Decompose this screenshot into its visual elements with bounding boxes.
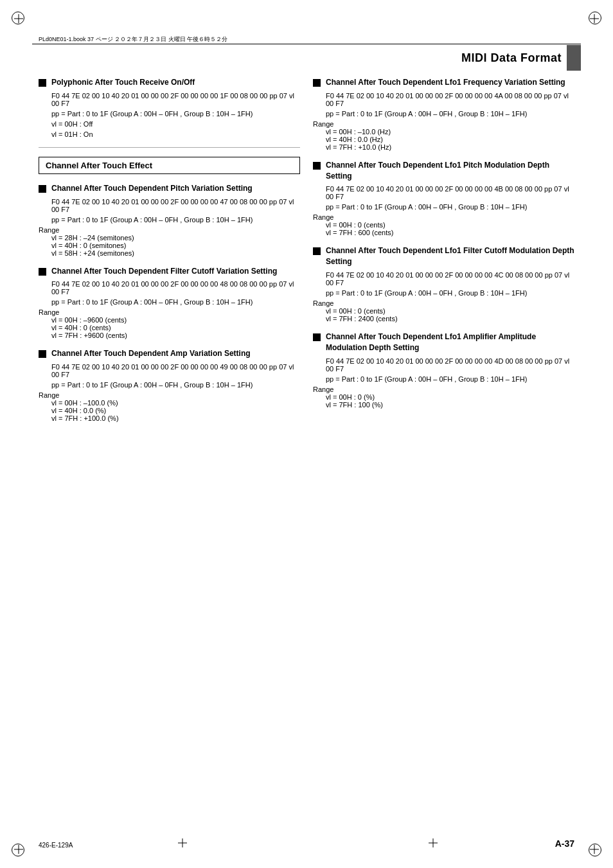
- lfo1-filter-mod-header: Channel After Touch Dependent Lfo1 Filte…: [313, 245, 574, 267]
- lfo1-amp-mod-range-label: Range: [313, 385, 574, 393]
- lfo1-pitch-mod-range-item-1: vl = 7FH : 600 (cents): [326, 229, 574, 236]
- lfo1-freq-range-label: Range: [313, 120, 574, 128]
- right-section-lfo1-freq: Channel After Touch Dependent Lfo1 Frequ…: [313, 77, 574, 151]
- lfo1-freq-range-item-2: vl = 7FH : +10.0 (Hz): [326, 143, 574, 151]
- amp-variation-range-item-0: vl = 00H : –100.0 (%): [51, 399, 300, 407]
- filter-cutoff-range-item-0: vl = 00H : –9600 (cents): [51, 316, 300, 324]
- polyphonic-header: Polyphonic After Touch Receive On/Off: [39, 77, 300, 88]
- lfo1-freq-header: Channel After Touch Dependent Lfo1 Frequ…: [313, 77, 574, 88]
- right-sections-container: Channel After Touch Dependent Lfo1 Frequ…: [313, 77, 574, 409]
- footer-code: 426-E-129A: [39, 842, 73, 849]
- filter-cutoff-param: pp = Part : 0 to 1F (Group A : 00H – 0FH…: [51, 298, 300, 306]
- cross-tr: [590, 14, 599, 23]
- amp-variation-range-item-1: vl = 40H : 0.0 (%): [51, 407, 300, 414]
- polyphonic-icon: [39, 79, 46, 87]
- pitch-variation-title: Channel After Touch Dependent Pitch Vari…: [51, 183, 253, 194]
- left-section-filter-cutoff: Channel After Touch Dependent Filter Cut…: [39, 266, 300, 340]
- left-sections-container: Channel After Touch Dependent Pitch Vari…: [39, 183, 300, 422]
- pitch-variation-range-item-1: vl = 40H : 0 (semitones): [51, 242, 300, 249]
- pitch-variation-header: Channel After Touch Dependent Pitch Vari…: [39, 183, 300, 194]
- channel-box-title: Channel After Touch Effect: [46, 161, 152, 170]
- filter-cutoff-hex: F0 44 7E 02 00 10 40 20 01 00 00 00 2F 0…: [51, 280, 300, 296]
- lfo1-freq-hex: F0 44 7E 02 00 10 40 20 01 00 00 00 2F 0…: [326, 92, 574, 107]
- lfo1-pitch-mod-icon: [313, 162, 321, 170]
- amp-variation-range-item-2: vl = 7FH : +100.0 (%): [51, 414, 300, 422]
- amp-variation-param: pp = Part : 0 to 1F (Group A : 00H – 0FH…: [51, 381, 300, 389]
- title-tab: [567, 45, 581, 71]
- header-line: [32, 44, 581, 44]
- pitch-variation-icon: [39, 185, 46, 193]
- amp-variation-range-label: Range: [39, 391, 300, 399]
- right-column: Channel After Touch Dependent Lfo1 Frequ…: [313, 77, 574, 817]
- pitch-variation-range-label: Range: [39, 226, 300, 234]
- amp-variation-header: Channel After Touch Dependent Amp Variat…: [39, 348, 300, 359]
- right-section-lfo1-amp-mod: Channel After Touch Dependent Lfo1 Ampli…: [313, 332, 574, 409]
- lfo1-filter-mod-hex: F0 44 7E 02 00 10 40 20 01 00 00 00 2F 0…: [326, 271, 574, 287]
- pitch-variation-range-item-0: vl = 28H : –24 (semitones): [51, 234, 300, 242]
- polyphonic-hex: F0 44 7E 02 00 10 40 20 01 00 00 00 2F 0…: [51, 92, 300, 107]
- cross-br: [590, 845, 599, 854]
- lfo1-freq-range-item-1: vl = 40H : 0.0 (Hz): [326, 136, 574, 143]
- content-area: Polyphonic After Touch Receive On/Off F0…: [39, 77, 574, 817]
- polyphonic-section: Polyphonic After Touch Receive On/Off F0…: [39, 77, 300, 138]
- lfo1-freq-param: pp = Part : 0 to 1F (Group A : 00H – 0FH…: [326, 110, 574, 118]
- lfo1-filter-mod-title: Channel After Touch Dependent Lfo1 Filte…: [326, 245, 574, 267]
- lfo1-freq-title: Channel After Touch Dependent Lfo1 Frequ…: [326, 77, 565, 88]
- lfo1-amp-mod-range-item-0: vl = 00H : 0 (%): [326, 393, 574, 401]
- filter-cutoff-title: Channel After Touch Dependent Filter Cut…: [51, 266, 277, 277]
- polyphonic-param3: vl = 01H : On: [51, 130, 300, 138]
- polyphonic-param1: pp = Part : 0 to 1F (Group A : 00H – 0FH…: [51, 110, 300, 118]
- pitch-variation-range-item-2: vl = 58H : +24 (semitones): [51, 249, 300, 257]
- polyphonic-title: Polyphonic After Touch Receive On/Off: [51, 77, 195, 88]
- page-title-area: MIDI Data Format: [461, 45, 581, 71]
- lfo1-filter-mod-range-label: Range: [313, 299, 574, 307]
- lfo1-pitch-mod-header: Channel After Touch Dependent Lfo1 Pitch…: [313, 160, 574, 182]
- lfo1-freq-icon: [313, 79, 321, 87]
- cross-tl: [14, 14, 23, 23]
- divider1: [39, 147, 300, 148]
- left-section-pitch-variation: Channel After Touch Dependent Pitch Vari…: [39, 183, 300, 257]
- filter-cutoff-range-label: Range: [39, 308, 300, 316]
- amp-variation-hex: F0 44 7E 02 00 10 40 20 01 00 00 00 2F 0…: [51, 363, 300, 378]
- lfo1-amp-mod-param: pp = Part : 0 to 1F (Group A : 00H – 0FH…: [326, 375, 574, 383]
- header-meta: PLd0NE01-1.book 37 ページ ２０２年７月２３日 火曜日 午後６…: [39, 35, 227, 44]
- cross-bl: [14, 845, 23, 854]
- right-section-lfo1-filter-mod: Channel After Touch Dependent Lfo1 Filte…: [313, 245, 574, 323]
- lfo1-filter-mod-range-item-0: vl = 00H : 0 (cents): [326, 307, 574, 315]
- pitch-variation-param: pp = Part : 0 to 1F (Group A : 00H – 0FH…: [51, 216, 300, 224]
- polyphonic-param2: vl = 00H : Off: [51, 120, 300, 128]
- pitch-variation-hex: F0 44 7E 02 00 10 40 20 01 00 00 00 2F 0…: [51, 198, 300, 213]
- lfo1-amp-mod-hex: F0 44 7E 02 00 10 40 20 01 00 00 00 2F 0…: [326, 357, 574, 373]
- bottom-cross-left: [178, 838, 187, 847]
- lfo1-filter-mod-param: pp = Part : 0 to 1F (Group A : 00H – 0FH…: [326, 289, 574, 297]
- lfo1-pitch-mod-param: pp = Part : 0 to 1F (Group A : 00H – 0FH…: [326, 203, 574, 211]
- channel-after-touch-box: Channel After Touch Effect: [39, 157, 300, 174]
- page-container: PLd0NE01-1.book 37 ページ ２０２年７月２３日 火曜日 午後６…: [0, 0, 613, 868]
- amp-variation-title: Channel After Touch Dependent Amp Variat…: [51, 348, 251, 359]
- left-column: Polyphonic After Touch Receive On/Off F0…: [39, 77, 300, 817]
- amp-variation-icon: [39, 350, 46, 358]
- lfo1-amp-mod-icon: [313, 333, 321, 341]
- lfo1-amp-mod-header: Channel After Touch Dependent Lfo1 Ampli…: [313, 332, 574, 353]
- lfo1-amp-mod-range-item-1: vl = 7FH : 100 (%): [326, 401, 574, 409]
- footer-page-number: A-37: [555, 838, 574, 849]
- right-section-lfo1-pitch-mod: Channel After Touch Dependent Lfo1 Pitch…: [313, 160, 574, 237]
- bottom-cross-right: [429, 838, 438, 847]
- lfo1-pitch-mod-range-item-0: vl = 00H : 0 (cents): [326, 221, 574, 229]
- filter-cutoff-header: Channel After Touch Dependent Filter Cut…: [39, 266, 300, 277]
- filter-cutoff-icon: [39, 268, 46, 276]
- filter-cutoff-range-item-1: vl = 40H : 0 (cents): [51, 324, 300, 332]
- lfo1-pitch-mod-range-label: Range: [313, 213, 574, 221]
- lfo1-pitch-mod-hex: F0 44 7E 02 00 10 40 20 01 00 00 00 2F 0…: [326, 185, 574, 200]
- page-title: MIDI Data Format: [461, 51, 562, 65]
- lfo1-freq-range-item-0: vl = 00H : –10.0 (Hz): [326, 128, 574, 136]
- lfo1-pitch-mod-title: Channel After Touch Dependent Lfo1 Pitch…: [326, 160, 574, 182]
- lfo1-filter-mod-range-item-1: vl = 7FH : 2400 (cents): [326, 315, 574, 323]
- left-section-amp-variation: Channel After Touch Dependent Amp Variat…: [39, 348, 300, 422]
- lfo1-filter-mod-icon: [313, 247, 321, 255]
- lfo1-amp-mod-title: Channel After Touch Dependent Lfo1 Ampli…: [326, 332, 574, 353]
- filter-cutoff-range-item-2: vl = 7FH : +9600 (cents): [51, 332, 300, 339]
